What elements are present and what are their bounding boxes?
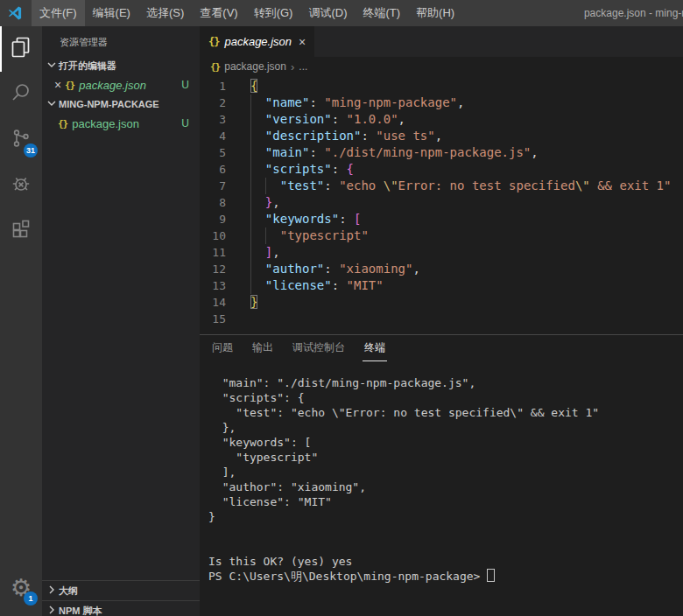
activitybar-debug[interactable] [0,163,42,208]
explorer-icon [9,35,33,63]
code-line[interactable]: 3 "version": "1.0.0", [200,111,683,128]
terminal-line: Is this OK? (yes) yes [208,554,683,569]
json-file-icon: {} [65,80,74,91]
terminal-line: "keywords": [ [208,435,683,450]
breadcrumb-file[interactable]: package.json [224,60,286,73]
git-status-badge: U [181,117,189,130]
explorer-sidebar: 资源管理器 打开的编辑器 × {} package.json U MING-NP… [42,26,200,616]
menu-item[interactable]: 调试(D) [300,0,355,26]
open-editor-item-packagejson[interactable]: × {} package.json U [42,75,200,94]
chevron-right-icon [45,583,59,598]
code-line[interactable]: 9 "keywords": [ [200,211,683,228]
line-number: 13 [200,277,226,294]
breadcrumb-more[interactable]: ... [299,60,307,73]
code-line[interactable]: 5 "main": "./dist/ming-npm-package.js", [200,144,683,161]
close-icon[interactable]: × [51,78,65,92]
code-line[interactable]: 7 "test": "echo \"Error: no test specifi… [200,178,683,194]
line-number: 8 [200,194,226,211]
terminal-line: "scripts": { [208,390,683,405]
tree-item-filename: package.json [72,117,139,130]
open-editors-header[interactable]: 打开的编辑器 [42,56,200,75]
code-line[interactable]: 11 ], [200,244,683,261]
menu-item[interactable]: 查看(V) [192,0,245,26]
terminal-line [208,524,683,539]
window-titlebar: 文件(F)编辑(E)选择(S)查看(V)转到(G)调试(D)终端(T)帮助(H)… [0,0,683,26]
line-number: 15 [200,311,226,327]
code-lines: 1{2 "name": "ming-npm-package",3 "versio… [200,78,683,327]
tab-terminal[interactable]: 终端 [363,340,387,361]
terminal-output: "main": "./dist/ming-npm-package.js", "s… [208,375,683,584]
code-line[interactable]: 2 "name": "ming-npm-package", [200,94,683,111]
line-number: 10 [200,228,226,244]
breadcrumb[interactable]: {} package.json › ... [200,57,683,76]
code-line[interactable]: 12 "author": "xiaoming", [200,261,683,277]
sidebar-title: 资源管理器 [42,26,200,56]
code-line[interactable]: 13 "license": "MIT" [200,277,683,294]
line-number: 5 [200,144,226,161]
terminal[interactable]: "main": "./dist/ming-npm-package.js", "s… [200,367,683,616]
debug-icon [9,172,33,200]
npm-scripts-label: NPM 脚本 [59,605,102,616]
bottom-panel: 问题 输出 调试控制台 终端 "main": "./dist/ming-npm-… [200,334,683,616]
indent-guide [250,94,251,294]
code-line[interactable]: 6 "scripts": { [200,161,683,178]
line-number: 14 [200,294,226,311]
code-line[interactable]: 15 [200,311,683,327]
code-line[interactable]: 10 "typescript" [200,228,683,244]
terminal-prompt[interactable]: PS C:\Users\明\Desktop\ming-npm-package> [208,569,683,584]
menu-item[interactable]: 选择(S) [138,0,192,26]
code-line[interactable]: 1{ [200,78,683,94]
chevron-right-icon: › [291,60,294,74]
code-editor[interactable]: 1{2 "name": "ming-npm-package",3 "versio… [200,76,683,334]
line-number: 3 [200,111,226,128]
search-icon [9,80,33,108]
terminal-line: "license": "MIT" [208,494,683,509]
line-number: 12 [200,261,226,277]
json-file-icon: {} [208,36,219,48]
folder-section-header[interactable]: MING-NPM-PACKAGE [42,94,200,114]
json-file-icon: {} [210,61,220,73]
manage-badge: 1 [24,592,38,606]
indent-guide [265,178,266,194]
terminal-line: }, [208,420,683,435]
tab-debug-console[interactable]: 调试控制台 [291,340,347,361]
menu-item[interactable]: 转到(G) [246,0,301,26]
tab-bar: {} package.json × [200,26,683,57]
terminal-line: "typescript" [208,450,683,465]
tab-problems[interactable]: 问题 [210,340,235,361]
outline-section-header[interactable]: 大纲 [42,580,200,600]
tab-output[interactable]: 输出 [250,340,275,361]
menu-item[interactable]: 编辑(E) [85,0,138,26]
vscode-window: 文件(F)编辑(E)选择(S)查看(V)转到(G)调试(D)终端(T)帮助(H)… [0,0,683,616]
code-line[interactable]: 4 "description": "use ts", [200,128,683,144]
menu-bar: 文件(F)编辑(E)选择(S)查看(V)转到(G)调试(D)终端(T)帮助(H) [32,0,462,26]
code-line[interactable]: 8 }, [200,194,683,211]
tab-packagejson[interactable]: {} package.json × [200,26,314,57]
git-status-badge: U [181,79,189,91]
line-number: 4 [200,128,226,144]
menu-item[interactable]: 终端(T) [355,0,408,26]
tab-close-icon[interactable]: × [299,35,306,49]
menu-item[interactable]: 帮助(H) [408,0,462,26]
activitybar-source-control[interactable]: 31 [0,117,42,163]
sidebar-bottom-sections: 大纲 NPM 脚本 [42,580,200,616]
line-number: 9 [200,211,226,228]
activitybar-explorer[interactable] [0,26,42,72]
manage-button[interactable]: ⚙ 1 [0,565,42,611]
code-line[interactable]: 14} [200,294,683,311]
tab-title: package.json [224,35,292,48]
terminal-line: } [208,509,683,524]
extensions-icon [9,217,33,245]
vscode-logo-icon [7,5,23,21]
menu-item[interactable]: 文件(F) [32,0,85,26]
npm-scripts-section-header[interactable]: NPM 脚本 [42,600,200,616]
terminal-line: "test": "echo \"Error: no test specified… [208,405,683,420]
terminal-line: ], [208,465,683,480]
folder-name-label: MING-NPM-PACKAGE [59,99,159,109]
activitybar-search[interactable] [0,72,42,117]
json-file-icon: {} [58,118,67,130]
chevron-right-icon [45,603,59,616]
activitybar-extensions[interactable] [0,208,42,254]
line-number: 1 [200,78,226,94]
tree-item-packagejson[interactable]: {} package.json U [42,114,200,133]
